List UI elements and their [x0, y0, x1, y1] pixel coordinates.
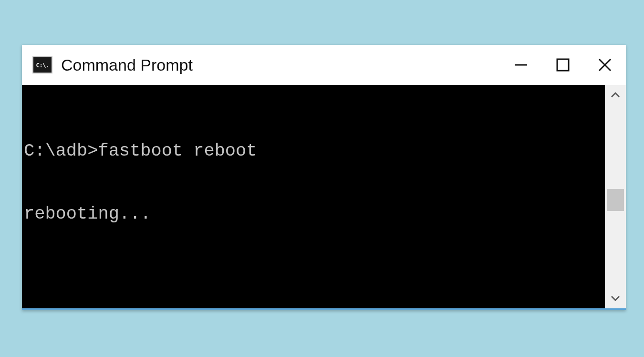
- vertical-scrollbar[interactable]: [605, 85, 626, 308]
- maximize-icon: [555, 57, 571, 73]
- chevron-up-icon: [611, 92, 620, 98]
- terminal-output[interactable]: C:\adb>fastboot reboot rebooting... fini…: [22, 85, 605, 308]
- chevron-down-icon: [611, 295, 620, 302]
- minimize-icon: [513, 57, 529, 73]
- scroll-down-button[interactable]: [605, 291, 626, 305]
- terminal-line: rebooting...: [24, 203, 603, 224]
- minimize-button[interactable]: [500, 45, 542, 85]
- client-area: C:\adb>fastboot reboot rebooting... fini…: [22, 85, 626, 308]
- svg-rect-1: [557, 59, 569, 71]
- scroll-thumb[interactable]: [607, 189, 624, 211]
- cmd-icon: C:\.: [32, 56, 52, 74]
- command-prompt-window: C:\. Command Prompt C: [22, 45, 626, 310]
- titlebar[interactable]: C:\. Command Prompt: [22, 45, 626, 85]
- close-button[interactable]: [584, 45, 626, 85]
- terminal-line: C:\adb>fastboot reboot: [24, 140, 603, 161]
- scroll-track[interactable]: [605, 102, 626, 291]
- window-title: Command Prompt: [61, 56, 193, 74]
- cmd-icon-glyph: C:\.: [36, 62, 49, 69]
- close-icon: [597, 57, 613, 73]
- scroll-up-button[interactable]: [605, 88, 626, 102]
- window-controls: [500, 45, 626, 85]
- maximize-button[interactable]: [542, 45, 584, 85]
